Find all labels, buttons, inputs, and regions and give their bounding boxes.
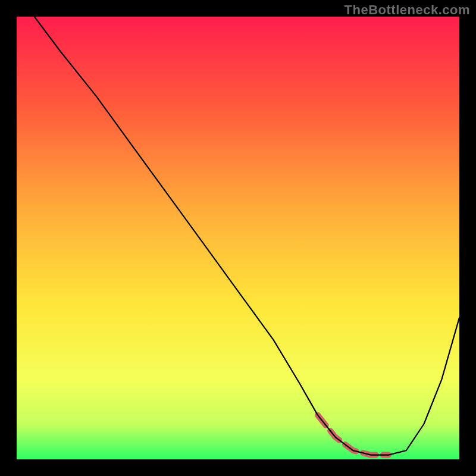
plot-background — [17, 17, 459, 459]
chart-stage: TheBottleneck.com — [0, 0, 476, 476]
watermark-text: TheBottleneck.com — [345, 2, 470, 18]
chart-svg — [17, 17, 459, 459]
